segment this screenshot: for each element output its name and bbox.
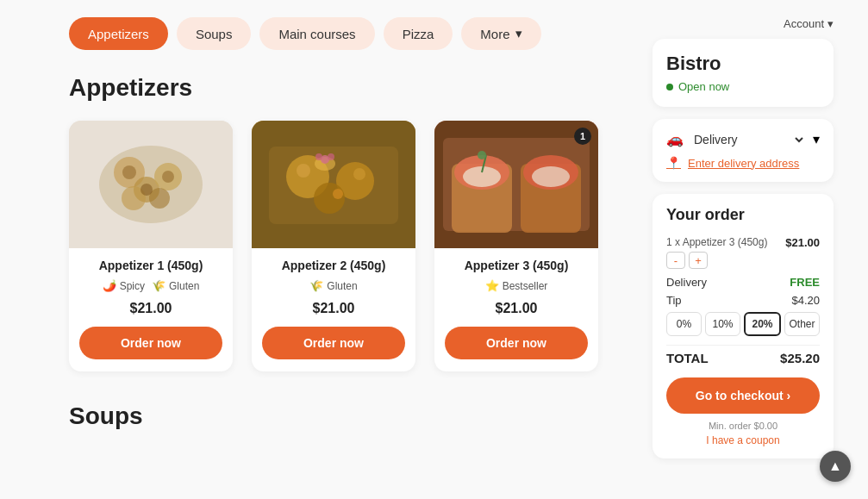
min-order-text: Min. order $0.00 <box>666 421 820 431</box>
product-image-2 <box>252 121 415 248</box>
product-price-1: $21.00 <box>79 301 222 316</box>
svg-point-15 <box>297 164 310 178</box>
account-chevron-icon: ▾ <box>827 17 834 30</box>
svg-point-16 <box>353 168 365 180</box>
product-grid: Appetizer 1 (450g) 🌶️ Spicy 🌾 Gluten $21… <box>69 121 627 371</box>
delivery-address[interactable]: 📍 Enter delivery address <box>666 156 820 170</box>
product-card-2: Appetizer 2 (450g) 🌾 Gluten $21.00 Order… <box>252 121 415 371</box>
qty-controls: - + <box>666 252 767 269</box>
svg-point-31 <box>478 151 486 159</box>
restaurant-name: Bistro <box>666 53 820 75</box>
spicy-icon: 🌶️ <box>103 279 116 292</box>
product-name-2: Appetizer 2 (450g) <box>262 259 405 272</box>
tag-bestseller: ⭐ Bestseller <box>485 279 548 292</box>
car-icon: 🚗 <box>666 131 684 147</box>
svg-point-8 <box>141 184 153 196</box>
total-row: TOTAL $25.20 <box>666 345 820 365</box>
chevron-down-icon: ▾ <box>515 26 522 41</box>
svg-point-29 <box>532 166 570 187</box>
delivery-row: Delivery FREE <box>666 276 820 289</box>
order-item-price: $21.00 <box>785 236 820 249</box>
tip-btn-20[interactable]: 20% <box>744 312 781 336</box>
gluten-icon-2: 🌾 <box>309 279 323 292</box>
tag-gluten: 🌾 Gluten <box>152 279 199 292</box>
appetizers-section-title: Appetizers <box>69 74 627 102</box>
order-btn-2[interactable]: Order now <box>262 327 405 359</box>
checkout-button[interactable]: Go to checkout › <box>666 377 820 414</box>
product-image-3 <box>434 121 598 248</box>
tag-spicy: 🌶️ Spicy <box>103 279 145 292</box>
gluten-icon: 🌾 <box>152 279 165 292</box>
product-name-3: Appetizer 3 (450g) <box>445 259 588 272</box>
pin-icon: 📍 <box>666 156 681 170</box>
svg-point-21 <box>328 153 334 160</box>
product-tags-1: 🌶️ Spicy 🌾 Gluten <box>79 279 222 292</box>
order-card: Your order 1 x Appetizer 3 (450g) - + $2… <box>653 194 834 458</box>
qty-decrease-btn[interactable]: - <box>666 252 685 269</box>
product-price-2: $21.00 <box>262 301 405 316</box>
product-card-1: Appetizer 1 (450g) 🌶️ Spicy 🌾 Gluten $21… <box>69 121 233 371</box>
restaurant-card: Bistro Open now <box>653 39 834 107</box>
order-btn-3[interactable]: Order now <box>445 327 588 359</box>
open-status: Open now <box>666 80 820 93</box>
tag-gluten-2: 🌾 Gluten <box>309 279 357 292</box>
tip-btn-10[interactable]: 10% <box>705 312 740 336</box>
category-nav: Appetizers Soups Main courses Pizza More… <box>69 17 627 50</box>
tip-section: Tip $4.20 0% 10% 20% Other <box>666 294 820 336</box>
svg-point-20 <box>315 153 322 160</box>
tab-pizza[interactable]: Pizza <box>384 17 453 50</box>
product-name-1: Appetizer 1 (450g) <box>79 259 222 272</box>
arrow-up-icon: ▲ <box>828 458 842 474</box>
svg-point-18 <box>333 189 343 199</box>
product-image-1 <box>69 121 233 248</box>
delivery-card: 🚗 Delivery ▾ 📍 Enter delivery address <box>653 119 834 182</box>
product-card-3: 1 Appetizer 3 (450g) ⭐ Bestseller $21.00… <box>434 121 598 371</box>
product-price-3: $21.00 <box>445 301 588 316</box>
svg-point-7 <box>122 165 136 179</box>
product-tags-3: ⭐ Bestseller <box>445 279 588 292</box>
tip-options: 0% 10% 20% Other <box>666 312 820 336</box>
order-btn-1[interactable]: Order now <box>79 327 222 359</box>
cart-badge-3: 1 <box>574 128 591 145</box>
tab-main-courses[interactable]: Main courses <box>259 17 374 50</box>
bestseller-icon: ⭐ <box>485 279 499 292</box>
tip-btn-0[interactable]: 0% <box>666 312 702 336</box>
qty-increase-btn[interactable]: + <box>689 252 708 269</box>
order-item-name: 1 x Appetizer 3 (450g) <box>666 236 767 248</box>
order-item-row: 1 x Appetizer 3 (450g) - + $21.00 <box>666 236 820 269</box>
account-button[interactable]: Account ▾ <box>653 17 834 30</box>
delivery-dropdown-icon: ▾ <box>813 131 820 147</box>
delivery-mode-row: 🚗 Delivery ▾ <box>666 131 820 147</box>
open-indicator <box>666 84 673 90</box>
soups-section-title: Soups <box>69 402 627 430</box>
tip-label-row: Tip $4.20 <box>666 294 820 307</box>
tab-more[interactable]: More ▾ <box>461 17 540 50</box>
sidebar: Account ▾ Bistro Open now 🚗 Delivery ▾ 📍… <box>653 17 834 471</box>
delivery-mode-select[interactable]: Delivery <box>690 132 806 147</box>
scroll-top-button[interactable]: ▲ <box>820 451 851 482</box>
tip-btn-other[interactable]: Other <box>784 312 820 336</box>
product-info-1: Appetizer 1 (450g) 🌶️ Spicy 🌾 Gluten $21… <box>69 248 233 371</box>
order-title: Your order <box>666 206 820 224</box>
product-info-3: Appetizer 3 (450g) ⭐ Bestseller $21.00 O… <box>434 248 598 371</box>
tab-appetizers[interactable]: Appetizers <box>69 17 168 50</box>
tab-soups[interactable]: Soups <box>177 17 252 50</box>
product-tags-2: 🌾 Gluten <box>262 279 405 292</box>
product-info-2: Appetizer 2 (450g) 🌾 Gluten $21.00 Order… <box>252 248 415 371</box>
svg-point-9 <box>162 171 174 183</box>
coupon-link[interactable]: I have a coupon <box>666 434 820 446</box>
